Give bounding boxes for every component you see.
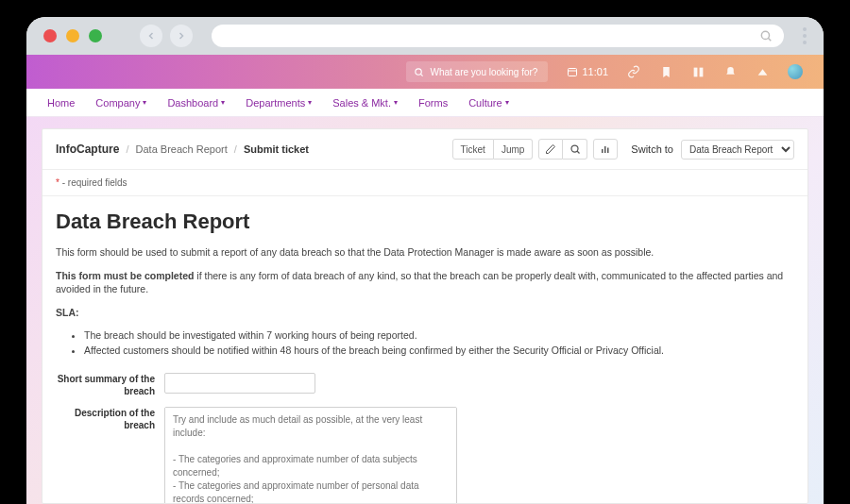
svg-rect-4	[569, 69, 577, 76]
nav-dashboard[interactable]: Dashboard▾	[167, 97, 225, 109]
switch-to-label: Switch to	[631, 143, 673, 155]
user-avatar[interactable]	[788, 64, 803, 79]
calendar-icon	[567, 66, 578, 77]
sla-list: The breach should be investigated within…	[84, 329, 794, 356]
back-button[interactable]	[140, 25, 162, 47]
header-actions: Ticket Jump Switch to Data Breach Report	[452, 139, 794, 160]
field-description: Description of the breach	[56, 407, 794, 503]
edit-button[interactable]	[538, 139, 563, 160]
bookmark-icon[interactable]	[659, 65, 672, 78]
page-background: InfoCapture / Data Breach Report / Submi…	[26, 117, 824, 504]
notifications-icon[interactable]	[723, 65, 737, 78]
chevron-down-icon: ▾	[308, 98, 312, 107]
breadcrumb-app[interactable]: InfoCapture	[56, 143, 119, 156]
jump-button[interactable]: Jump	[494, 139, 533, 160]
svg-line-3	[421, 74, 423, 76]
search-button[interactable]	[563, 139, 587, 160]
svg-line-9	[577, 151, 580, 154]
form-card: InfoCapture / Data Breach Report / Submi…	[42, 128, 808, 504]
chevron-down-icon: ▾	[143, 98, 146, 107]
nav-company[interactable]: Company▾	[95, 97, 146, 109]
chevron-down-icon: ▾	[505, 98, 509, 107]
svg-point-0	[761, 31, 769, 39]
intro-paragraph-1: This form should be used to submit a rep…	[56, 245, 794, 260]
breadcrumb-mid[interactable]: Data Breach Report	[136, 143, 228, 155]
chevron-down-icon: ▾	[221, 98, 225, 107]
traffic-lights	[43, 29, 102, 42]
intro-paragraph-2: This form must be completed if there is …	[56, 269, 794, 296]
sla-item: The breach should be investigated within…	[84, 329, 794, 341]
svg-rect-10	[602, 149, 604, 153]
browser-window: What are you looking for? 11:01 HomeComp…	[26, 17, 824, 504]
nav-home[interactable]: Home	[47, 97, 75, 109]
svg-rect-11	[604, 146, 606, 153]
org-icon[interactable]	[756, 65, 769, 78]
nav-sales-mkt-[interactable]: Sales & Mkt.▾	[332, 97, 398, 109]
form-body: Data Breach Report This form should be u…	[42, 196, 808, 503]
main-nav: HomeCompany▾Dashboard▾Departments▾Sales …	[26, 89, 824, 117]
svg-rect-7	[699, 67, 703, 76]
search-icon	[759, 29, 773, 42]
form-title: Data Breach Report	[56, 210, 794, 234]
clock-time: 11:01	[582, 66, 608, 77]
breadcrumb-current: Submit ticket	[244, 143, 309, 155]
stats-button[interactable]	[593, 139, 618, 160]
svg-rect-12	[607, 148, 609, 154]
intranet-search-placeholder: What are you looking for?	[430, 67, 537, 77]
breadcrumb: InfoCapture / Data Breach Report / Submi…	[56, 143, 309, 156]
clock-widget[interactable]: 11:01	[567, 66, 608, 77]
maximize-window-button[interactable]	[89, 29, 102, 42]
forward-button[interactable]	[170, 25, 193, 47]
nav-forms[interactable]: Forms	[418, 97, 448, 109]
summary-input[interactable]	[164, 373, 315, 394]
field-summary: Short summary of the breach	[56, 373, 794, 397]
minimize-window-button[interactable]	[66, 29, 79, 42]
svg-point-2	[416, 68, 421, 74]
close-window-button[interactable]	[43, 29, 57, 42]
svg-rect-6	[693, 67, 697, 76]
nav-culture[interactable]: Culture▾	[468, 97, 508, 109]
switch-to-select[interactable]: Data Breach Report	[681, 140, 794, 160]
intranet-search[interactable]: What are you looking for?	[406, 61, 548, 82]
app-top-bar: What are you looking for? 11:01	[26, 55, 824, 89]
url-bar[interactable]	[212, 25, 784, 47]
svg-point-8	[571, 145, 578, 152]
sla-heading: SLA:	[56, 306, 794, 320]
description-textarea[interactable]	[164, 407, 457, 503]
link-icon[interactable]	[627, 65, 640, 78]
sla-item: Affected customers should be notified wi…	[84, 344, 794, 356]
svg-line-1	[768, 38, 771, 41]
nav-departments[interactable]: Departments▾	[246, 97, 312, 109]
field-description-label: Description of the breach	[56, 407, 164, 503]
ticket-button[interactable]: Ticket	[452, 139, 494, 160]
search-icon	[414, 67, 424, 77]
apps-icon[interactable]	[691, 65, 705, 78]
browser-menu-button[interactable]	[803, 27, 807, 44]
card-header: InfoCapture / Data Breach Report / Submi…	[42, 129, 808, 170]
required-note: * - required fields	[42, 170, 808, 196]
chevron-down-icon: ▾	[394, 98, 398, 107]
field-summary-label: Short summary of the breach	[56, 373, 164, 397]
browser-chrome-bar	[26, 17, 824, 55]
